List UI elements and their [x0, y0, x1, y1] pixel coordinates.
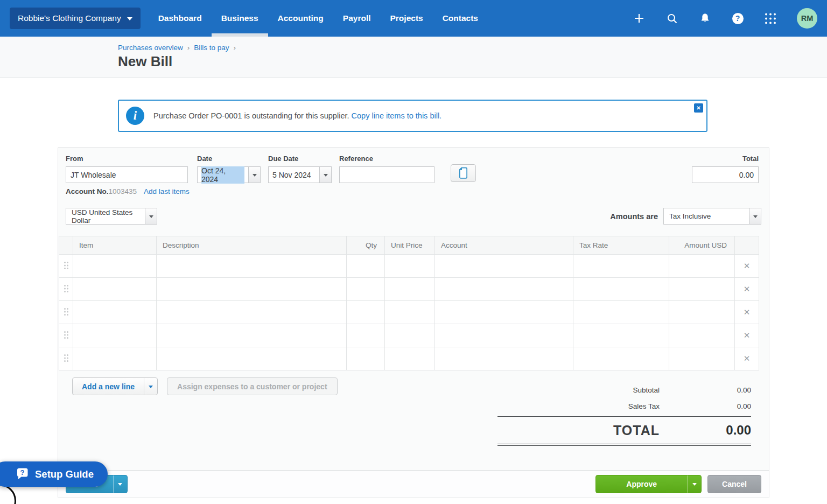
table-row: ✕ — [59, 255, 759, 278]
avatar[interactable]: RM — [797, 8, 817, 29]
nav-payroll[interactable]: Payroll — [343, 0, 371, 37]
description-cell[interactable] — [157, 301, 347, 324]
currency-select[interactable]: USD United States Dollar — [66, 208, 157, 225]
totals-double-divider — [497, 444, 751, 446]
account-cell[interactable] — [435, 255, 573, 278]
drag-handle-icon[interactable] — [59, 278, 73, 301]
item-cell[interactable] — [73, 278, 157, 301]
breadcrumb-purchases-overview[interactable]: Purchases overview — [118, 44, 183, 52]
nav-business[interactable]: Business — [221, 0, 258, 37]
copy-line-items-link[interactable]: Copy line items to this bill. — [352, 111, 442, 120]
header-description: Description — [157, 236, 347, 255]
breadcrumb-bills-to-pay[interactable]: Bills to pay — [194, 44, 229, 52]
unit-price-cell[interactable] — [385, 347, 435, 370]
delete-row-icon[interactable]: ✕ — [735, 301, 759, 324]
total-input[interactable] — [692, 166, 759, 183]
description-cell[interactable] — [157, 324, 347, 347]
table-row: ✕ — [59, 301, 759, 324]
search-icon[interactable] — [665, 12, 678, 25]
reference-input[interactable] — [339, 166, 434, 183]
account-cell[interactable] — [435, 347, 573, 370]
qty-cell[interactable] — [347, 255, 385, 278]
description-cell[interactable] — [157, 278, 347, 301]
cancel-button[interactable]: Cancel — [707, 475, 761, 493]
table-row: ✕ — [59, 278, 759, 301]
amount-cell[interactable] — [669, 278, 735, 301]
delete-row-icon[interactable]: ✕ — [735, 347, 759, 370]
date-dropdown-icon[interactable] — [249, 166, 261, 183]
amount-cell[interactable] — [669, 324, 735, 347]
amount-cell[interactable] — [669, 347, 735, 370]
qty-cell[interactable] — [347, 347, 385, 370]
amount-cell[interactable] — [669, 301, 735, 324]
nav-projects[interactable]: Projects — [390, 0, 423, 37]
currency-value: USD United States Dollar — [66, 208, 145, 225]
item-cell[interactable] — [73, 324, 157, 347]
amount-cell[interactable] — [669, 255, 735, 278]
add-new-line-button[interactable]: Add a new line — [72, 377, 158, 395]
delete-row-icon[interactable]: ✕ — [735, 324, 759, 347]
qty-cell[interactable] — [347, 301, 385, 324]
account-cell[interactable] — [435, 301, 573, 324]
qty-cell[interactable] — [347, 278, 385, 301]
tax-rate-cell[interactable] — [573, 347, 669, 370]
description-cell[interactable] — [157, 255, 347, 278]
assign-expenses-button[interactable]: Assign expenses to a customer or project — [167, 377, 338, 395]
approve-dropdown-icon[interactable] — [687, 475, 701, 493]
delete-row-icon[interactable]: ✕ — [735, 255, 759, 278]
date-input[interactable]: Oct 24, 2024 — [197, 166, 249, 183]
due-date-dropdown-icon[interactable] — [320, 166, 332, 183]
from-input[interactable] — [66, 166, 188, 183]
plus-icon[interactable] — [633, 12, 646, 25]
drag-handle-icon[interactable] — [59, 255, 73, 278]
item-cell[interactable] — [73, 255, 157, 278]
bell-icon[interactable] — [698, 12, 711, 25]
setup-guide-button[interactable]: ? Setup Guide — [0, 461, 108, 487]
navbar-actions: ? RM — [633, 8, 817, 29]
account-cell[interactable] — [435, 324, 573, 347]
nav-accounting[interactable]: Accounting — [278, 0, 324, 37]
drag-handle-icon[interactable] — [59, 324, 73, 347]
approve-button[interactable]: Approve — [595, 475, 702, 493]
tax-rate-cell[interactable] — [573, 278, 669, 301]
tax-rate-cell[interactable] — [573, 255, 669, 278]
add-line-dropdown-icon[interactable] — [144, 378, 157, 395]
item-cell[interactable] — [73, 301, 157, 324]
save-dropdown-icon[interactable] — [113, 475, 127, 493]
attach-file-button[interactable] — [451, 164, 476, 182]
page-title: New Bill — [118, 53, 172, 70]
description-cell[interactable] — [157, 347, 347, 370]
currency-dropdown-icon[interactable] — [145, 208, 157, 225]
account-no-value: 1003435 — [109, 187, 137, 195]
tax-rate-cell[interactable] — [573, 324, 669, 347]
breadcrumb-separator: › — [187, 44, 190, 52]
account-cell[interactable] — [435, 278, 573, 301]
unit-price-cell[interactable] — [385, 324, 435, 347]
bill-header-fields: From Date Oct 24, 2024 Due Date 5 Nov 20… — [58, 148, 769, 208]
add-last-items-link[interactable]: Add last items — [144, 187, 190, 195]
help-icon[interactable]: ? — [731, 12, 744, 25]
nav-contacts[interactable]: Contacts — [443, 0, 478, 37]
unit-price-cell[interactable] — [385, 255, 435, 278]
amounts-are-select[interactable]: Tax Inclusive — [663, 208, 761, 225]
nav-dashboard[interactable]: Dashboard — [158, 0, 202, 37]
due-date-input[interactable]: 5 Nov 2024 — [268, 166, 320, 183]
item-cell[interactable] — [73, 347, 157, 370]
banner-text: Purchase Order PO-0001 is outstanding fo… — [153, 111, 441, 120]
org-switcher[interactable]: Robbie's Clothing Company — [10, 8, 141, 29]
close-icon[interactable]: ✕ — [694, 103, 703, 113]
qty-cell[interactable] — [347, 324, 385, 347]
delete-row-icon[interactable]: ✕ — [735, 278, 759, 301]
unit-price-cell[interactable] — [385, 301, 435, 324]
app-grid-icon[interactable] — [764, 12, 777, 25]
amounts-are-dropdown-icon[interactable] — [749, 208, 761, 225]
tax-rate-cell[interactable] — [573, 301, 669, 324]
drag-handle-icon[interactable] — [59, 347, 73, 370]
top-navbar: Robbie's Clothing Company Dashboard Busi… — [0, 0, 827, 37]
subtotal-label: Subtotal — [633, 386, 660, 394]
drag-handle-icon[interactable] — [59, 301, 73, 324]
table-row: ✕ — [59, 347, 759, 370]
header-item: Item — [73, 236, 157, 255]
unit-price-cell[interactable] — [385, 278, 435, 301]
date-value: Oct 24, 2024 — [201, 166, 244, 184]
